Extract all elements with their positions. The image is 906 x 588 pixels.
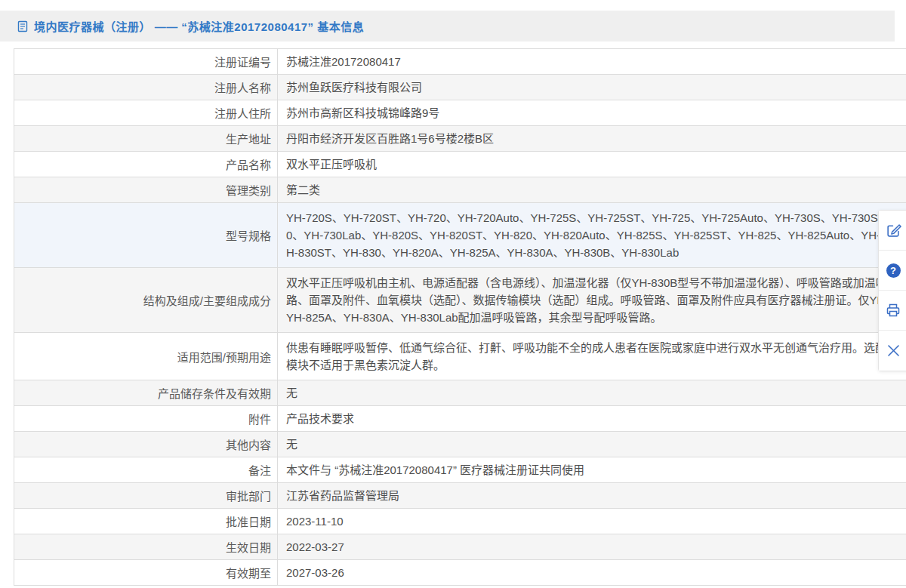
row-label: 产品储存条件及有效期 xyxy=(14,380,278,406)
table-row: 注册人名称 苏州鱼跃医疗科技有限公司 xyxy=(14,75,906,100)
table-row: 型号规格 YH-720S、YH-720ST、YH-720、YH-720Auto、… xyxy=(14,203,906,268)
row-value: 江苏省药品监督管理局 xyxy=(278,483,906,509)
row-value: 2027-03-26 xyxy=(278,560,906,586)
row-value: 丹阳市经济开发区百胜路1号6号楼2楼B区 xyxy=(278,126,906,152)
row-value: 无 xyxy=(278,380,906,406)
row-value: 苏械注准20172080417 xyxy=(278,49,906,75)
row-value: 苏州市高新区科技城锦峰路9号 xyxy=(278,100,906,126)
row-label: 注册证编号 xyxy=(14,49,278,75)
row-value: 苏州鱼跃医疗科技有限公司 xyxy=(278,75,906,100)
device-registration-page: { "header": { "icon": "document-icon", "… xyxy=(0,0,906,588)
table-row: 审批部门 江苏省药品监督管理局 xyxy=(14,483,906,509)
table-row: 结构及组成/主要组成成分 双水平正压呼吸机由主机、电源适配器（含电源线）、加温湿… xyxy=(14,268,906,333)
row-label: 附件 xyxy=(14,406,278,432)
row-value: 第二类 xyxy=(278,177,906,203)
row-value: 2023-11-10 xyxy=(278,509,906,534)
registration-info-table: 注册证编号 苏械注准20172080417 注册人名称 苏州鱼跃医疗科技有限公司… xyxy=(14,48,906,586)
document-icon xyxy=(17,20,29,32)
row-value: 2022-03-27 xyxy=(278,534,906,560)
table-row: 适用范围/预期用途 供患有睡眠呼吸暂停、低通气综合征、打鼾、呼吸功能不全的成人患… xyxy=(14,333,906,380)
print-button[interactable]: 打印 xyxy=(879,291,906,331)
help-icon: ? xyxy=(885,262,901,279)
page-title: 境内医疗器械（注册） —— “苏械注准20172080417” 基本信息 xyxy=(34,18,364,34)
row-label: 适用范围/预期用途 xyxy=(14,333,278,380)
row-value: 供患有睡眠呼吸暂停、低通气综合征、打鼾、呼吸功能不全的成人患者在医院或家庭中进行… xyxy=(278,333,906,380)
row-value: 无 xyxy=(278,432,906,457)
side-toolbar: 纠错 ? 帮助 打印 关闭 xyxy=(878,210,906,371)
row-value: 双水平正压呼吸机 xyxy=(278,152,906,177)
edit-icon xyxy=(885,222,901,239)
print-icon xyxy=(885,302,901,319)
row-label: 注册人名称 xyxy=(14,75,278,100)
close-icon xyxy=(885,343,901,359)
row-label: 生效日期 xyxy=(14,534,278,560)
table-row: 注册人住所 苏州市高新区科技城锦峰路9号 xyxy=(14,100,906,126)
table-row: 有效期至 2027-03-26 xyxy=(14,560,906,586)
row-label: 型号规格 xyxy=(14,203,278,268)
table-row: 其他内容 无 xyxy=(14,432,906,457)
table-row: 产品储存条件及有效期 无 xyxy=(14,380,906,406)
table-row: 生效日期 2022-03-27 xyxy=(14,534,906,560)
row-label: 管理类别 xyxy=(14,177,278,203)
table-row: 批准日期 2023-11-10 xyxy=(14,509,906,534)
close-button[interactable]: 关闭 xyxy=(879,331,906,371)
page-header: 境内医疗器械（注册） —— “苏械注准20172080417” 基本信息 xyxy=(0,11,895,42)
row-label: 审批部门 xyxy=(14,483,278,509)
table-row: 附件 产品技术要求 xyxy=(14,406,906,432)
row-label: 批准日期 xyxy=(14,509,278,534)
row-label: 其他内容 xyxy=(14,432,278,457)
row-value: 本文件与 “苏械注准20172080417” 医疗器械注册证共同使用 xyxy=(278,457,906,483)
row-label: 结构及组成/主要组成成分 xyxy=(14,268,278,333)
row-label: 有效期至 xyxy=(14,560,278,586)
table-row: 管理类别 第二类 xyxy=(14,177,906,203)
row-label: 备注 xyxy=(14,457,278,483)
row-value: YH-720S、YH-720ST、YH-720、YH-720Auto、YH-72… xyxy=(278,203,906,268)
row-label: 生产地址 xyxy=(14,126,278,152)
help-button[interactable]: ? 帮助 xyxy=(879,251,906,291)
row-value: 产品技术要求 xyxy=(278,406,906,432)
table-row: 产品名称 双水平正压呼吸机 xyxy=(14,152,906,177)
table-row: 备注 本文件与 “苏械注准20172080417” 医疗器械注册证共同使用 xyxy=(14,457,906,483)
correction-button[interactable]: 纠错 xyxy=(879,211,906,251)
row-label: 产品名称 xyxy=(14,152,278,177)
row-label: 注册人住所 xyxy=(14,100,278,126)
table-row: 注册证编号 苏械注准20172080417 xyxy=(14,49,906,75)
table-row: 生产地址 丹阳市经济开发区百胜路1号6号楼2楼B区 xyxy=(14,126,906,152)
row-value: 双水平正压呼吸机由主机、电源适配器（含电源线）、加温湿化器（仅YH-830B型号… xyxy=(278,268,906,333)
